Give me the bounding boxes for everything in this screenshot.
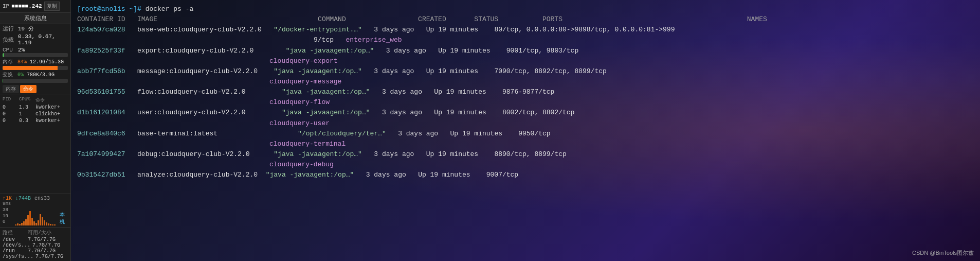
- container-created-4: 3 days ago: [382, 87, 434, 97]
- proc-pid-2: 0: [3, 111, 17, 117]
- ip-label: IP: [3, 3, 9, 9]
- container-image-4: flow:cloudquery-club-V2.2.0: [137, 87, 282, 97]
- bar-18: [50, 224, 51, 225]
- container-ports-5: 8002/tcp, 8802/tcp: [502, 108, 574, 118]
- tab-cmd[interactable]: 命令: [20, 85, 37, 93]
- container-row-4-name: cloudquery-flow: [77, 97, 974, 108]
- cpu-bar-track: [3, 53, 68, 57]
- container-status-8: Up 19 minutes: [418, 170, 486, 180]
- container-created-7: 3 days ago: [374, 149, 426, 160]
- net-latency-label: 9ms: [3, 201, 11, 207]
- container-row-7: 7a1074999427 debug:cloudquery-club-V2.2.…: [77, 149, 974, 170]
- container-row-3: abb7f7fcd56b message:cloudquery-club-V2.…: [77, 66, 974, 87]
- container-id-3: abb7f7fcd56b: [77, 66, 137, 77]
- container-ports-1-cont: 9/tcp: [77, 35, 346, 45]
- container-row-2-main: fa892525f33f export:cloudquery-club-V2.2…: [77, 46, 974, 56]
- proc-row-2: 0 1 clickho+: [3, 111, 68, 117]
- container-name-label-7: cloudquery-debug: [77, 160, 334, 170]
- container-row-5-main: d1b161201084 user:cloudquery-club-V2.2.0…: [77, 108, 974, 118]
- bar-15: [44, 220, 45, 225]
- container-created-1: 3 days ago: [374, 25, 426, 35]
- container-id-6: 9dfce8a840c6: [77, 129, 137, 139]
- proc-row-3: 0 0.3 kworker+: [3, 117, 68, 124]
- proc-pid-3: 0: [3, 118, 17, 124]
- swap-percent: 0%: [17, 72, 24, 78]
- disk-avail-4: 7.7G/7.7G: [35, 254, 63, 259]
- proc-cpu-1: 1.3: [19, 105, 33, 110]
- process-table-header: PID CPU% 命令: [3, 96, 68, 104]
- container-id-7: 7a1074999427: [77, 149, 137, 160]
- container-row-6-name: cloudquery-terminal: [77, 139, 974, 149]
- uptime-label: 运行: [3, 25, 18, 32]
- swap-value: 780K/3.9G: [27, 72, 55, 78]
- disk-path-4: /sys/fs...: [3, 254, 33, 259]
- disk-path-2: /dev/s...: [3, 242, 30, 248]
- container-row-7-main: 7a1074999427 debug:cloudquery-club-V2.2.…: [77, 149, 974, 160]
- network-row: ↑1K ↓744B ens33: [3, 196, 68, 201]
- container-status-4: Up 19 minutes: [434, 87, 502, 97]
- uptime-value: 19 分: [18, 25, 34, 32]
- disk-avail-2: 7.7G/7.7G: [32, 242, 60, 248]
- container-row-1-main: 124a507ca028 base-web:cloudquery-club-V2…: [77, 25, 974, 35]
- container-command-1: "/docker-entrypoint.…": [274, 25, 374, 35]
- bar-10: [33, 221, 35, 225]
- process-tabs[interactable]: 内存 命令: [0, 83, 70, 95]
- bar-9: [31, 218, 33, 225]
- terminal-panel: [root@anolis ~]# docker ps -a CONTAINER …: [71, 0, 980, 261]
- terminal-header: CONTAINER ID IMAGE COMMAND CREATED STATU…: [77, 14, 767, 25]
- net-val1: 38: [3, 207, 11, 214]
- ip-value: ■■■■■.242: [11, 3, 42, 9]
- net-val3: 0: [3, 219, 11, 225]
- container-row-7-name: cloudquery-debug: [77, 160, 974, 170]
- disk-header: 路径 可用/大小: [3, 229, 68, 236]
- bar-4: [21, 223, 23, 225]
- mem-bar-fill: [3, 66, 58, 70]
- container-ports-6: 9950/tcp: [518, 129, 550, 139]
- cpu-section: CPU 2%: [0, 46, 70, 58]
- bar-13: [40, 214, 41, 225]
- net-mini-bars: [15, 211, 56, 225]
- container-status-3: Up 19 minutes: [426, 66, 495, 77]
- proc-header-pid: PID: [3, 97, 17, 103]
- bar-1: [15, 224, 16, 225]
- container-command-2: "java -javaagent:/op…": [286, 46, 386, 56]
- load-value: 0.33, 0.67, 1.19: [18, 33, 68, 46]
- left-panel: IP ■■■■■.242 复制 系统信息 运行 19 分 负载 0.33, 0.…: [0, 0, 71, 261]
- bar-8: [29, 211, 31, 225]
- terminal-prompt: [root@anolis ~]#: [77, 4, 146, 14]
- terminal-content: [root@anolis ~]# docker ps -a CONTAINER …: [77, 4, 974, 180]
- container-row-5: d1b161201084 user:cloudquery-club-V2.2.0…: [77, 108, 974, 128]
- container-image-7: debug:cloudquery-club-V2.2.0: [137, 149, 274, 160]
- container-status-6: Up 19 minutes: [450, 129, 519, 139]
- container-row-6-main: 9dfce8a840c6 base-terminal:latest "/opt/…: [77, 129, 974, 139]
- proc-pid-1: 0: [3, 105, 17, 110]
- memory-section: 内存 84% 12.9G/15.3G: [0, 58, 70, 71]
- network-section: ↑1K ↓744B ens33 9ms 38 19 0: [0, 194, 70, 227]
- disk-row-2: /dev/s... 7.7G/7.7G: [3, 242, 68, 248]
- container-row-3-main: abb7f7fcd56b message:cloudquery-club-V2.…: [77, 66, 974, 77]
- swap-bar-track: [3, 79, 68, 83]
- container-id-2: fa892525f33f: [77, 46, 137, 56]
- container-name-1: enterprise_web: [346, 35, 402, 45]
- container-row-5-name: cloudquery-user: [77, 118, 974, 129]
- container-created-3: 3 days ago: [374, 66, 426, 77]
- bar-17: [48, 223, 49, 225]
- container-command-3: "java -javaagent:/op…": [274, 66, 374, 77]
- cpu-bar-fill: [3, 53, 4, 57]
- container-row-2-name: cloudquery-export: [77, 56, 974, 66]
- net-interface: ens33: [34, 196, 50, 201]
- cpu-label: CPU: [3, 47, 18, 53]
- container-ports-8: 9007/tcp: [486, 170, 518, 180]
- container-image-5: user:cloudquery-club-V2.2.0: [137, 108, 282, 118]
- bar-19: [52, 224, 53, 225]
- disk-avail-3: 7.7G/7.7G: [28, 248, 56, 254]
- net-val2: 19: [3, 214, 11, 220]
- machine-label: 本机: [60, 211, 68, 225]
- swap-label: 交换: [3, 71, 15, 78]
- copy-button[interactable]: 复制: [44, 2, 60, 11]
- container-command-5: "java -javaagent:/op…": [282, 108, 382, 118]
- mem-label: 内存: [3, 58, 15, 65]
- tab-mem[interactable]: 内存: [3, 85, 19, 93]
- container-ports-1: 80/tcp, 0.0.0.0:80->9898/tcp, 0.0.0.0:81…: [494, 25, 675, 35]
- container-row-8: 0b315427db51 analyze:cloudquery-club-V2.…: [77, 170, 974, 180]
